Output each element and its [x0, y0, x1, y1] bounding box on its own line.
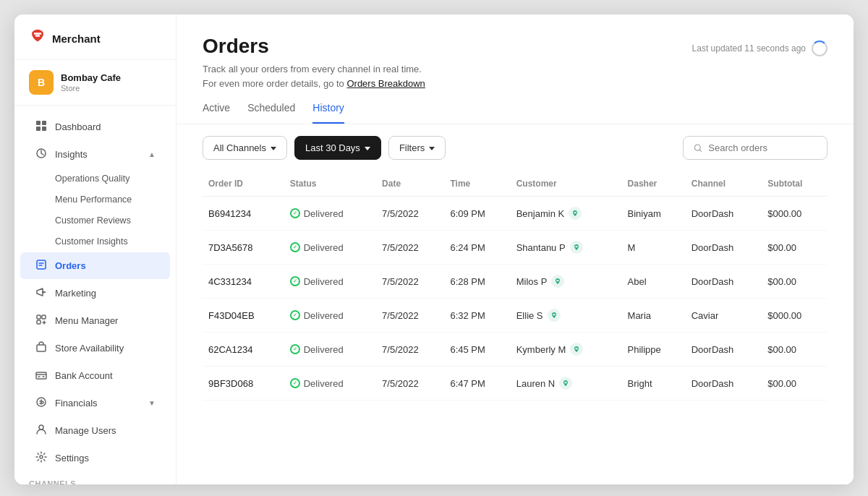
cell-time: 6:32 PM	[444, 299, 510, 333]
sidebar-item-operations-quality[interactable]: Operations Quality	[20, 168, 170, 189]
col-dasher: Dasher	[622, 171, 686, 197]
customer-reviews-label: Customer Reviews	[55, 215, 131, 226]
date-filter-chevron-icon	[365, 142, 370, 153]
insights-label: Insights	[55, 149, 141, 160]
status-text: Delivered	[304, 276, 344, 287]
operations-quality-label: Operations Quality	[55, 174, 130, 184]
cell-time: 6:09 PM	[444, 197, 510, 231]
sidebar-item-store-availability[interactable]: Store Availability	[20, 335, 170, 362]
page-title: Orders	[203, 35, 269, 58]
doordash-icon	[570, 241, 583, 254]
sidebar-item-financials[interactable]: Financials ▼	[20, 390, 170, 416]
sidebar: Merchant B Bombay Cafe Store Dashboard I…	[14, 14, 176, 484]
table-row[interactable]: 62CA1234 Delivered 7/5/2022 6:45 PM Kymb…	[203, 333, 827, 367]
doordash-icon	[559, 377, 572, 390]
svg-rect-6	[37, 315, 41, 319]
search-input[interactable]	[708, 142, 817, 153]
table-row[interactable]: 7D3A5678 Delivered 7/5/2022 6:24 PM Shan…	[203, 231, 827, 265]
sidebar-item-marketing[interactable]: Marketing	[20, 280, 170, 307]
cell-dasher: M	[622, 231, 686, 265]
store-availability-icon	[35, 341, 48, 355]
table-row[interactable]: F43D04EB Delivered 7/5/2022 6:32 PM Elli…	[203, 299, 827, 333]
status-text: Delivered	[304, 378, 344, 389]
col-date: Date	[376, 171, 444, 197]
cell-dasher: Bright	[622, 367, 686, 401]
svg-rect-9	[37, 345, 46, 351]
refresh-spinner[interactable]	[812, 40, 827, 56]
status-dot	[290, 276, 300, 286]
subtitle-line1: Track all your orders from every channel…	[203, 64, 422, 74]
cell-customer: Ellie S	[511, 299, 622, 333]
sidebar-item-settings[interactable]: Settings	[20, 445, 170, 471]
cell-order-id: 62CA1234	[203, 333, 284, 367]
financials-label: Financials	[55, 398, 141, 409]
store-availability-label: Store Availability	[55, 343, 156, 354]
doordash-icon	[569, 207, 582, 220]
customer-name: Kymberly M	[516, 344, 566, 355]
cell-status: Delivered	[284, 333, 376, 367]
customer-name: Lauren N	[516, 378, 555, 389]
sidebar-item-menu-performance[interactable]: Menu Performance	[20, 189, 170, 210]
channel-filter-label: All Channels	[213, 142, 266, 153]
orders-label: Orders	[55, 260, 156, 271]
cell-channel: DoorDash	[686, 231, 762, 265]
cell-time: 6:24 PM	[444, 231, 510, 265]
status-dot	[290, 242, 300, 252]
sidebar-item-bank-account[interactable]: Bank Account	[20, 362, 170, 389]
date-filter-label: Last 30 Days	[305, 142, 360, 153]
dashboard-label: Dashboard	[55, 121, 156, 132]
col-order-id: Order ID	[203, 171, 284, 197]
cell-subtotal: $00.00	[762, 333, 827, 367]
channel-filter-button[interactable]: All Channels	[203, 136, 287, 160]
page-header: Orders Last updated 11 seconds ago Track…	[176, 14, 854, 124]
sidebar-item-orders[interactable]: Orders	[20, 252, 170, 279]
cell-order-id: B6941234	[203, 197, 284, 231]
store-name: Bombay Cafe	[61, 72, 121, 85]
cell-status: Delivered	[284, 231, 376, 265]
table-row[interactable]: 4C331234 Delivered 7/5/2022 6:28 PM Milo…	[203, 265, 827, 299]
cell-order-id: 4C331234	[203, 265, 284, 299]
store-avatar: B	[29, 70, 54, 95]
orders-breakdown-link[interactable]: Orders Breakdown	[346, 78, 425, 89]
date-filter-button[interactable]: Last 30 Days	[294, 136, 381, 160]
table-row[interactable]: 9BF3D068 Delivered 7/5/2022 6:47 PM Laur…	[203, 367, 827, 401]
tab-history[interactable]: History	[312, 102, 344, 124]
svg-rect-5	[37, 260, 46, 269]
svg-rect-8	[37, 320, 41, 324]
cell-customer: Lauren N	[511, 367, 622, 401]
cell-customer: Shantanu P	[511, 231, 622, 265]
cell-date: 7/5/2022	[376, 299, 444, 333]
sidebar-item-insights[interactable]: Insights ▲	[20, 141, 170, 168]
sidebar-item-menu-manager[interactable]: Menu Manager	[20, 307, 170, 334]
customer-name: Milos P	[516, 276, 548, 287]
settings-icon	[35, 451, 48, 465]
doordash-logo-icon	[29, 27, 46, 49]
svg-rect-3	[42, 127, 46, 131]
svg-rect-1	[42, 121, 46, 125]
sidebar-item-customer-reviews[interactable]: Customer Reviews	[20, 210, 170, 231]
svg-rect-10	[36, 372, 46, 379]
col-status: Status	[284, 171, 376, 197]
table-header: Order ID Status Date Time Customer Dashe…	[203, 171, 827, 197]
sidebar-item-customer-insights[interactable]: Customer Insights	[20, 231, 170, 252]
filters-button[interactable]: Filters	[388, 136, 446, 160]
tab-scheduled[interactable]: Scheduled	[247, 102, 295, 124]
cell-customer: Kymberly M	[511, 333, 622, 367]
table-row[interactable]: B6941234 Delivered 7/5/2022 6:09 PM Benj…	[203, 197, 827, 231]
cell-time: 6:47 PM	[444, 367, 510, 401]
customer-insights-label: Customer Insights	[55, 236, 128, 247]
sidebar-item-manage-users[interactable]: Manage Users	[20, 417, 170, 444]
cell-date: 7/5/2022	[376, 231, 444, 265]
store-info[interactable]: B Bombay Cafe Store	[14, 60, 176, 106]
settings-label: Settings	[55, 453, 156, 463]
orders-toolbar: All Channels Last 30 Days Filters	[176, 124, 854, 171]
cell-channel: DoorDash	[686, 197, 762, 231]
dashboard-icon	[35, 120, 48, 134]
orders-table: Order ID Status Date Time Customer Dashe…	[203, 171, 827, 401]
cell-order-id: 9BF3D068	[203, 367, 284, 401]
sidebar-item-dashboard[interactable]: Dashboard	[20, 114, 170, 140]
tab-active[interactable]: Active	[203, 102, 230, 124]
page-subtitle: Track all your orders from every channel…	[203, 62, 827, 90]
doordash-icon	[570, 343, 583, 356]
financials-icon	[35, 396, 48, 410]
